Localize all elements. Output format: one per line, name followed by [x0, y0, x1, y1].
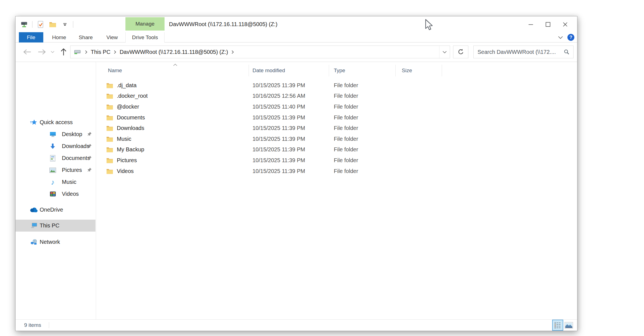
file-row[interactable]: Music 10/15/2025 11:39 PM File folder — [96, 134, 577, 144]
file-row[interactable]: .dj_data 10/15/2025 11:39 PM File folder — [96, 80, 577, 91]
breadcrumb-this-pc[interactable]: This PC — [90, 49, 112, 55]
breadcrumb-drive[interactable]: DavWWWRoot (\\172.16.11.118@5005) (Z:) — [118, 49, 229, 55]
pin-icon — [87, 144, 92, 148]
pin-icon — [87, 132, 92, 136]
close-button[interactable] — [557, 16, 574, 32]
tab-file[interactable]: File — [19, 32, 43, 42]
address-bar[interactable]: This PC DavWWWRoot (\\172.16.11.118@5005… — [70, 46, 450, 58]
file-name[interactable]: Videos — [117, 166, 134, 177]
file-row[interactable]: Pictures 10/15/2025 11:39 PM File folder — [96, 155, 577, 166]
column-resize-handle[interactable] — [249, 65, 249, 76]
pin-icon — [87, 156, 92, 160]
this-pc-icon — [30, 220, 38, 232]
network-icon — [30, 236, 38, 248]
up-button[interactable] — [58, 46, 69, 58]
file-row[interactable]: Downloads 10/15/2025 11:39 PM File folde… — [96, 123, 577, 134]
help-icon[interactable]: ? — [567, 34, 574, 41]
file-row[interactable]: Documents 10/15/2025 11:39 PM File folde… — [96, 112, 577, 123]
manage-contextual-tab-header[interactable]: Manage — [125, 17, 165, 31]
search-icon[interactable] — [564, 49, 569, 55]
details-view-button[interactable] — [552, 320, 563, 331]
sidebar-item-quick-access[interactable]: Quick access — [16, 116, 95, 128]
file-name[interactable]: Music — [117, 134, 131, 144]
file-type: File folder — [334, 166, 358, 177]
file-name[interactable]: Downloads — [117, 123, 144, 134]
file-name[interactable]: @docker — [117, 101, 139, 112]
breadcrumb-chevron-icon[interactable] — [85, 50, 87, 54]
file-type: File folder — [334, 134, 358, 144]
sidebar-item-music[interactable]: ♪ Music — [16, 176, 95, 188]
breadcrumb-chevron-icon[interactable] — [114, 50, 116, 54]
file-date: 10/16/2025 12:56 AM — [252, 91, 305, 102]
file-name[interactable]: .docker_root — [117, 91, 148, 102]
tab-home[interactable]: Home — [51, 32, 67, 42]
column-header-size[interactable]: Size — [402, 67, 412, 74]
file-date: 10/15/2025 11:39 PM — [252, 112, 305, 123]
breadcrumb-chevron-icon[interactable] — [231, 50, 234, 54]
refresh-button[interactable] — [453, 46, 468, 58]
sidebar-item-desktop[interactable]: Desktop — [16, 128, 95, 140]
column-header-type[interactable]: Type — [334, 67, 345, 74]
column-resize-handle[interactable] — [329, 65, 329, 76]
sidebar-item-downloads[interactable]: Downloads — [16, 140, 95, 152]
quick-access-toolbar — [20, 16, 73, 32]
sidebar-item-network[interactable]: Network — [16, 236, 95, 248]
folder-icon — [106, 101, 113, 112]
file-date: 10/15/2025 11:39 PM — [252, 144, 305, 155]
sidebar-item-documents[interactable]: Documents — [16, 152, 95, 164]
pin-icon — [87, 167, 92, 172]
thumbnail-view-button[interactable] — [565, 322, 573, 329]
mouse-cursor — [425, 19, 434, 32]
onedrive-cloud-icon — [30, 204, 38, 216]
file-explorer-window: Manage DavWWWRoot (\\172.16.11.118@5005)… — [15, 16, 577, 331]
file-type: File folder — [334, 91, 358, 102]
back-button[interactable] — [22, 46, 33, 58]
navigation-pane: Quick access Desktop Dow — [16, 62, 96, 319]
folder-icon — [106, 91, 113, 102]
file-type: File folder — [334, 144, 358, 155]
tab-view[interactable]: View — [104, 32, 120, 42]
title-bar[interactable]: Manage DavWWWRoot (\\172.16.11.118@5005)… — [16, 16, 577, 32]
expand-ribbon-icon[interactable] — [558, 36, 563, 39]
column-header-date-modified[interactable]: Date modified — [252, 67, 285, 74]
folder-icon — [106, 112, 113, 123]
sidebar-item-this-pc[interactable]: This PC — [16, 220, 95, 232]
forward-button[interactable] — [36, 46, 47, 58]
drive-icon — [74, 49, 81, 55]
recent-locations-dropdown[interactable] — [49, 46, 56, 58]
folder-icon — [106, 155, 113, 166]
file-row[interactable]: My Backup 10/15/2025 11:39 PM File folde… — [96, 144, 577, 155]
documents-icon — [49, 152, 57, 164]
file-name[interactable]: Documents — [117, 112, 145, 123]
column-resize-handle[interactable] — [442, 65, 442, 76]
file-name[interactable]: .dj_data — [117, 80, 137, 91]
tab-share[interactable]: Share — [77, 32, 94, 42]
column-resize-handle[interactable] — [395, 65, 396, 76]
address-dropdown-icon[interactable] — [439, 46, 450, 58]
minimize-button[interactable] — [522, 16, 539, 32]
file-name[interactable]: My Backup — [117, 144, 144, 155]
customize-quick-access-dropdown[interactable] — [61, 20, 69, 29]
file-name[interactable]: Pictures — [117, 155, 137, 166]
sidebar-item-videos[interactable]: Videos — [16, 188, 95, 200]
toolbar-separator — [73, 21, 73, 28]
sidebar-item-pictures[interactable]: Pictures — [16, 164, 95, 176]
status-bar: 9 items — [16, 319, 577, 331]
properties-button[interactable] — [36, 20, 45, 29]
file-row[interactable]: @docker 10/15/2025 11:40 PM File folder — [96, 101, 577, 112]
maximize-button[interactable] — [539, 16, 557, 32]
folder-icon — [106, 144, 113, 155]
search-input[interactable] — [478, 49, 564, 55]
file-row[interactable]: Videos 10/15/2025 11:39 PM File folder — [96, 166, 577, 177]
file-row[interactable]: .docker_root 10/16/2025 12:56 AM File fo… — [96, 91, 577, 102]
ribbon-tab-row: File Home Share View Drive Tools ? — [16, 32, 577, 42]
file-type: File folder — [334, 123, 358, 134]
desktop-icon — [49, 128, 57, 140]
tab-drive-tools[interactable]: Drive Tools — [125, 32, 165, 42]
sidebar-item-onedrive[interactable]: OneDrive — [16, 204, 95, 216]
folder-icon — [106, 123, 113, 134]
file-date: 10/15/2025 11:39 PM — [252, 166, 305, 177]
file-date: 10/15/2025 11:39 PM — [252, 80, 305, 91]
column-header-name[interactable]: Name — [108, 67, 122, 74]
new-folder-button[interactable] — [49, 20, 57, 29]
